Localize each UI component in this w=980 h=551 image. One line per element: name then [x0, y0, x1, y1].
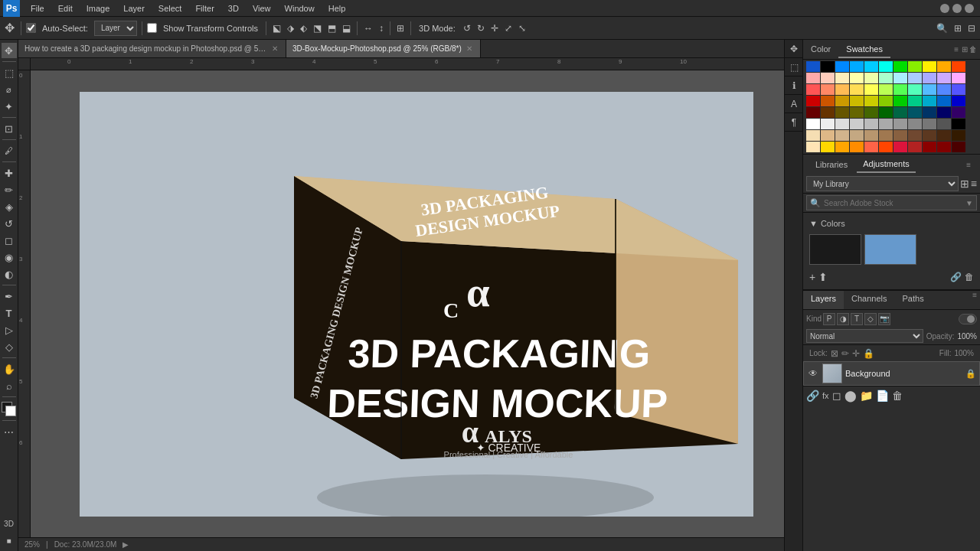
swatch[interactable]	[864, 119, 878, 129]
swatch[interactable]	[937, 73, 951, 83]
dodge-tool[interactable]: ◐	[2, 266, 17, 282]
opacity-value[interactable]: 100%	[957, 332, 977, 341]
swatches-tab[interactable]: Swatches	[838, 41, 890, 58]
add-layer-btn[interactable]: 📄	[876, 390, 889, 402]
swatch[interactable]	[835, 107, 849, 118]
swatch[interactable]	[952, 96, 965, 106]
delete-layer-btn[interactable]: 🗑	[892, 390, 903, 402]
swatch[interactable]	[893, 107, 907, 118]
link-color-btn[interactable]: 🔗	[950, 271, 962, 283]
brush-tool[interactable]: ✏	[2, 182, 17, 197]
swatch[interactable]	[879, 73, 893, 83]
swatch[interactable]	[821, 61, 835, 72]
swatch[interactable]	[835, 61, 849, 72]
swatch[interactable]	[806, 130, 820, 141]
lasso-tool[interactable]: ⌀	[2, 82, 17, 97]
panel-tool-4[interactable]: A	[785, 95, 803, 113]
swatch[interactable]	[821, 84, 835, 95]
transform-btn[interactable]: ⊞	[395, 21, 406, 35]
color-tab[interactable]: Color	[803, 41, 838, 58]
move-tool-btn[interactable]: ✥	[3, 19, 16, 37]
swatch[interactable]	[806, 73, 820, 83]
swatch[interactable]	[806, 84, 820, 95]
add-color-btn[interactable]: +	[809, 271, 815, 283]
swatches-grid-view-btn[interactable]: ⊞	[962, 45, 968, 54]
filter-toggle[interactable]	[959, 314, 977, 324]
swatch[interactable]	[893, 84, 907, 95]
layer-dropdown[interactable]: Layer	[94, 21, 137, 36]
adjustments-tab[interactable]: Adjustments	[857, 156, 916, 173]
eraser-tool[interactable]: ◻	[2, 233, 17, 248]
menu-help[interactable]: Help	[322, 2, 352, 15]
stamp-tool[interactable]: ◈	[2, 199, 17, 214]
color-preview-dark[interactable]	[809, 234, 861, 265]
link-layers-btn[interactable]: 🔗	[806, 390, 819, 402]
swatches-delete-btn[interactable]: 🗑	[969, 45, 977, 54]
swatch[interactable]	[937, 61, 951, 72]
swatch[interactable]	[864, 142, 878, 152]
swatch[interactable]	[923, 61, 936, 72]
swatch[interactable]	[879, 107, 893, 118]
swatch[interactable]	[908, 130, 922, 141]
panel-tool-5[interactable]: ¶	[785, 113, 803, 132]
swatch[interactable]	[879, 61, 893, 72]
add-group-btn[interactable]: 📁	[860, 390, 873, 402]
channels-tab[interactable]: Channels	[844, 291, 894, 309]
swatch[interactable]	[821, 142, 835, 152]
swatch[interactable]	[923, 130, 936, 141]
swatch[interactable]	[908, 84, 922, 95]
swatch[interactable]	[821, 130, 835, 141]
swatch[interactable]	[893, 96, 907, 106]
swatch[interactable]	[952, 119, 965, 129]
swatch[interactable]	[937, 142, 951, 152]
lock-pixels-btn[interactable]: ⊠	[831, 348, 838, 359]
libraries-tab[interactable]: Libraries	[809, 157, 854, 172]
library-list-btn[interactable]: ≡	[971, 178, 977, 190]
align-center-h-btn[interactable]: ⬒	[326, 21, 338, 35]
3d-material-tool[interactable]: 3D	[2, 516, 17, 531]
fx-btn[interactable]: fx	[822, 391, 829, 400]
swatch[interactable]	[893, 119, 907, 129]
swatch[interactable]	[864, 73, 878, 83]
filter-type-btn[interactable]: T	[851, 313, 863, 325]
swatch[interactable]	[806, 107, 820, 118]
swatch[interactable]	[908, 96, 922, 106]
menu-select[interactable]: Select	[152, 2, 188, 15]
menu-layer[interactable]: Layer	[117, 2, 151, 15]
filter-shape-btn[interactable]: ◇	[864, 313, 877, 325]
lock-artboard-btn[interactable]: ✛	[852, 348, 860, 359]
menu-filter[interactable]: Filter	[189, 2, 220, 15]
color-preview-blue[interactable]	[864, 234, 916, 265]
swatch[interactable]	[835, 73, 849, 83]
library-grid-btn[interactable]: ⊞	[960, 178, 969, 190]
3d-roll-btn[interactable]: ↻	[475, 21, 486, 35]
swatch[interactable]	[937, 96, 951, 106]
magic-wand-tool[interactable]: ✦	[2, 99, 17, 114]
filter-smart-btn[interactable]: 📷	[878, 313, 890, 325]
swatch[interactable]	[923, 119, 936, 129]
swatch[interactable]	[821, 107, 835, 118]
eyedropper-tool[interactable]: 🖋	[2, 143, 17, 158]
close-btn[interactable]	[965, 4, 974, 13]
swatch[interactable]	[879, 142, 893, 152]
swatch[interactable]	[835, 96, 849, 106]
pen-tool[interactable]: ✒	[2, 289, 17, 304]
menu-image[interactable]: Image	[80, 2, 116, 15]
heal-tool[interactable]: ✚	[2, 165, 17, 181]
path-select-tool[interactable]: ▷	[2, 322, 17, 337]
delete-color-btn[interactable]: 🗑	[965, 271, 974, 283]
swatch[interactable]	[937, 130, 951, 141]
arrange-btn[interactable]: ⊟	[966, 21, 977, 35]
blend-mode-select[interactable]: Normal	[806, 329, 923, 343]
tab-0[interactable]: How to create a 3D packaging design mock…	[18, 40, 286, 57]
swatch[interactable]	[879, 96, 893, 106]
distribute-v-btn[interactable]: ↕	[377, 21, 385, 35]
panel-tool-3[interactable]: ℹ	[785, 77, 803, 95]
lock-position-btn[interactable]: ✏	[841, 348, 849, 359]
swatch[interactable]	[937, 84, 951, 95]
swatch[interactable]	[879, 130, 893, 141]
search-adobe-dropdown-icon[interactable]: ▼	[965, 199, 973, 207]
tab-0-close[interactable]: ✕	[270, 44, 279, 53]
swatch[interactable]	[908, 107, 922, 118]
swatch[interactable]	[864, 130, 878, 141]
